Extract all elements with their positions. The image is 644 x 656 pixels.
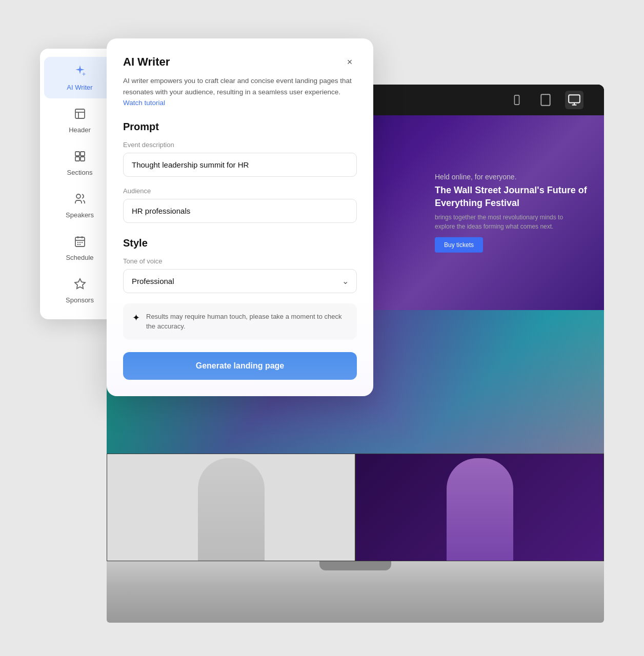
tablet-icon[interactable] — [536, 91, 555, 109]
sidebar-label-schedule: Schedule — [66, 254, 93, 261]
svg-rect-13 — [80, 157, 85, 161]
svg-point-14 — [76, 194, 80, 198]
speakers-icon — [74, 193, 86, 208]
svg-rect-11 — [80, 152, 85, 156]
mobile-icon[interactable] — [508, 91, 526, 109]
sidebar-label-speakers: Speakers — [66, 211, 94, 219]
info-box: ✦ Results may require human touch, pleas… — [123, 303, 357, 340]
svg-marker-24 — [75, 279, 85, 289]
screen-speakers-section — [107, 454, 604, 561]
style-heading: Style — [123, 237, 357, 249]
event-description-label: Event description — [123, 141, 357, 149]
laptop-notch — [319, 561, 391, 570]
modal-description: AI writer empowers you to craft clear an… — [123, 75, 357, 109]
svg-rect-0 — [514, 95, 519, 105]
header-icon — [74, 108, 86, 123]
svg-rect-10 — [75, 152, 79, 156]
speaker-card-2 — [355, 454, 604, 561]
sidebar-label-ai-writer: AI Writer — [67, 84, 92, 91]
speaker-card-1 — [107, 454, 355, 561]
schedule-icon — [74, 235, 86, 251]
sidebar-item-sections[interactable]: Sections — [44, 143, 115, 183]
tone-select[interactable]: Professional Casual Formal Friendly Insp… — [123, 269, 357, 293]
laptop-base — [107, 561, 604, 623]
watch-tutorial-link[interactable]: Watch tutorial — [123, 99, 165, 107]
audience-input[interactable] — [123, 199, 357, 223]
svg-rect-7 — [75, 109, 85, 118]
sidebar-label-header: Header — [69, 126, 91, 134]
desktop-icon[interactable] — [565, 91, 583, 109]
info-text: Results may require human touch, please … — [146, 312, 348, 332]
generate-button[interactable]: Generate landing page — [123, 352, 357, 380]
tone-select-wrapper: Professional Casual Formal Friendly Insp… — [123, 269, 357, 293]
close-button[interactable]: × — [343, 55, 357, 69]
sidebar-item-header[interactable]: Header — [44, 100, 115, 141]
sparkle-icon: ✦ — [132, 312, 140, 323]
modal-description-text: AI writer empowers you to craft clear an… — [123, 77, 352, 96]
screen-desc: brings together the most revolutionary m… — [435, 213, 578, 231]
sidebar-item-schedule[interactable]: Schedule — [44, 228, 115, 269]
event-description-input[interactable] — [123, 153, 357, 177]
svg-rect-12 — [75, 157, 79, 161]
sections-icon — [74, 150, 86, 166]
sidebar-label-sections: Sections — [67, 169, 93, 176]
modal-panel: AI Writer × AI writer empowers you to cr… — [107, 38, 373, 396]
sidebar-item-sponsors[interactable]: Sponsors — [44, 271, 115, 311]
screen-subtitle: Held online, for everyone. — [435, 173, 589, 181]
audience-label: Audience — [123, 187, 357, 195]
prompt-heading: Prompt — [123, 121, 357, 133]
svg-rect-2 — [541, 94, 550, 106]
sidebar-item-speakers[interactable]: Speakers — [44, 186, 115, 226]
ai-writer-icon — [73, 64, 87, 80]
svg-rect-4 — [569, 95, 580, 102]
sponsors-icon — [74, 278, 86, 293]
modal-header: AI Writer × — [123, 55, 357, 69]
modal-title: AI Writer — [123, 55, 170, 69]
sidebar-label-sponsors: Sponsors — [66, 296, 94, 304]
screen-title: The Wall Street Journal's Future of Ever… — [435, 184, 589, 210]
tone-label: Tone of voice — [123, 257, 357, 265]
buy-tickets-button[interactable]: Buy tickets — [435, 237, 483, 253]
sidebar-item-ai-writer[interactable]: AI Writer — [44, 57, 115, 98]
style-section: Style Tone of voice Professional Casual … — [123, 237, 357, 293]
